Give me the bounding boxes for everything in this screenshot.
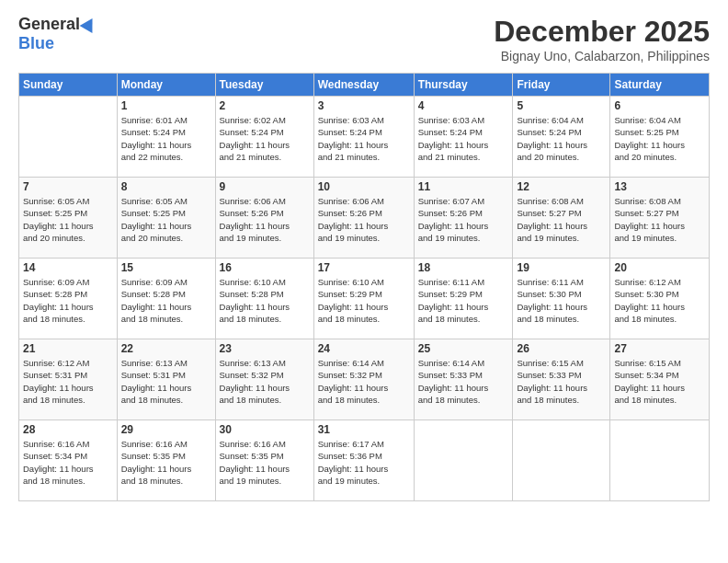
calendar-week-row: 7Sunrise: 6:05 AM Sunset: 5:25 PM Daylig…: [19, 178, 710, 259]
calendar-cell: 31Sunrise: 6:17 AM Sunset: 5:36 PM Dayli…: [313, 420, 414, 501]
calendar-cell: 18Sunrise: 6:11 AM Sunset: 5:29 PM Dayli…: [414, 259, 513, 339]
calendar-cell: [19, 97, 118, 178]
day-number: 22: [121, 342, 211, 355]
day-info: Sunrise: 6:16 AM Sunset: 5:35 PM Dayligh…: [220, 439, 290, 486]
day-number: 10: [318, 180, 410, 193]
calendar-cell: 20Sunrise: 6:12 AM Sunset: 5:30 PM Dayli…: [610, 259, 710, 339]
calendar-cell: 15Sunrise: 6:09 AM Sunset: 5:28 PM Dayli…: [117, 259, 215, 339]
day-number: 7: [23, 180, 113, 193]
calendar-table: SundayMondayTuesdayWednesdayThursdayFrid…: [18, 73, 710, 501]
day-number: 11: [418, 180, 509, 193]
calendar-cell: 25Sunrise: 6:14 AM Sunset: 5:33 PM Dayli…: [414, 339, 513, 420]
day-number: 15: [121, 261, 211, 274]
day-info: Sunrise: 6:05 AM Sunset: 5:25 PM Dayligh…: [121, 196, 192, 243]
day-info: Sunrise: 6:06 AM Sunset: 5:26 PM Dayligh…: [220, 196, 290, 243]
calendar-cell: [414, 420, 513, 501]
day-number: 3: [318, 99, 410, 112]
day-number: 8: [121, 180, 211, 193]
day-number: 25: [418, 342, 509, 355]
day-number: 18: [418, 261, 509, 274]
calendar-cell: 27Sunrise: 6:15 AM Sunset: 5:34 PM Dayli…: [610, 339, 710, 420]
day-number: 2: [220, 99, 310, 112]
day-info: Sunrise: 6:12 AM Sunset: 5:31 PM Dayligh…: [23, 358, 94, 405]
calendar-cell: 2Sunrise: 6:02 AM Sunset: 5:24 PM Daylig…: [215, 97, 313, 178]
day-number: 31: [318, 423, 410, 436]
title-block: December 2025 Bignay Uno, Calabarzon, Ph…: [494, 15, 710, 63]
day-info: Sunrise: 6:13 AM Sunset: 5:32 PM Dayligh…: [220, 358, 290, 405]
day-info: Sunrise: 6:02 AM Sunset: 5:24 PM Dayligh…: [220, 115, 290, 162]
weekday-header: Wednesday: [313, 74, 414, 97]
calendar-cell: 26Sunrise: 6:15 AM Sunset: 5:33 PM Dayli…: [513, 339, 610, 420]
day-number: 4: [418, 99, 509, 112]
day-info: Sunrise: 6:16 AM Sunset: 5:34 PM Dayligh…: [23, 439, 94, 486]
day-info: Sunrise: 6:16 AM Sunset: 5:35 PM Dayligh…: [121, 439, 192, 486]
month-title: December 2025: [494, 15, 710, 49]
day-info: Sunrise: 6:07 AM Sunset: 5:26 PM Dayligh…: [418, 196, 489, 243]
day-number: 21: [23, 342, 113, 355]
day-number: 12: [517, 180, 606, 193]
day-info: Sunrise: 6:15 AM Sunset: 5:34 PM Dayligh…: [614, 358, 685, 405]
calendar-week-row: 21Sunrise: 6:12 AM Sunset: 5:31 PM Dayli…: [19, 339, 710, 420]
day-number: 1: [121, 99, 211, 112]
day-info: Sunrise: 6:08 AM Sunset: 5:27 PM Dayligh…: [614, 196, 685, 243]
calendar-cell: 22Sunrise: 6:13 AM Sunset: 5:31 PM Dayli…: [117, 339, 215, 420]
day-info: Sunrise: 6:17 AM Sunset: 5:36 PM Dayligh…: [318, 439, 389, 486]
calendar-cell: 10Sunrise: 6:06 AM Sunset: 5:26 PM Dayli…: [313, 178, 414, 259]
day-info: Sunrise: 6:03 AM Sunset: 5:24 PM Dayligh…: [418, 115, 489, 162]
calendar-cell: 16Sunrise: 6:10 AM Sunset: 5:28 PM Dayli…: [215, 259, 313, 339]
day-number: 24: [318, 342, 410, 355]
page-header: General Blue December 2025 Bignay Uno, C…: [18, 15, 710, 63]
day-number: 14: [23, 261, 113, 274]
day-info: Sunrise: 6:10 AM Sunset: 5:29 PM Dayligh…: [318, 277, 389, 324]
calendar-cell: 17Sunrise: 6:10 AM Sunset: 5:29 PM Dayli…: [313, 259, 414, 339]
day-info: Sunrise: 6:06 AM Sunset: 5:26 PM Dayligh…: [318, 196, 389, 243]
day-info: Sunrise: 6:05 AM Sunset: 5:25 PM Dayligh…: [23, 196, 94, 243]
day-info: Sunrise: 6:12 AM Sunset: 5:30 PM Dayligh…: [614, 277, 685, 324]
weekday-header: Saturday: [610, 74, 710, 97]
day-info: Sunrise: 6:04 AM Sunset: 5:25 PM Dayligh…: [614, 115, 685, 162]
day-number: 28: [23, 423, 113, 436]
calendar-cell: 24Sunrise: 6:14 AM Sunset: 5:32 PM Dayli…: [313, 339, 414, 420]
weekday-header: Tuesday: [215, 74, 313, 97]
day-number: 13: [614, 180, 705, 193]
day-info: Sunrise: 6:08 AM Sunset: 5:27 PM Dayligh…: [517, 196, 587, 243]
day-info: Sunrise: 6:01 AM Sunset: 5:24 PM Dayligh…: [121, 115, 192, 162]
calendar-cell: 3Sunrise: 6:03 AM Sunset: 5:24 PM Daylig…: [313, 97, 414, 178]
calendar-week-row: 14Sunrise: 6:09 AM Sunset: 5:28 PM Dayli…: [19, 259, 710, 339]
calendar-cell: 4Sunrise: 6:03 AM Sunset: 5:24 PM Daylig…: [414, 97, 513, 178]
weekday-header: Monday: [117, 74, 215, 97]
page-container: General Blue December 2025 Bignay Uno, C…: [0, 0, 728, 511]
day-number: 20: [614, 261, 705, 274]
calendar-cell: 28Sunrise: 6:16 AM Sunset: 5:34 PM Dayli…: [19, 420, 118, 501]
logo: General Blue: [18, 15, 97, 53]
logo-triangle-icon: [80, 14, 99, 32]
day-number: 9: [220, 180, 310, 193]
logo-blue-text: Blue: [18, 34, 54, 53]
day-info: Sunrise: 6:14 AM Sunset: 5:33 PM Dayligh…: [418, 358, 489, 405]
day-info: Sunrise: 6:04 AM Sunset: 5:24 PM Dayligh…: [517, 115, 587, 162]
calendar-cell: [610, 420, 710, 501]
day-info: Sunrise: 6:13 AM Sunset: 5:31 PM Dayligh…: [121, 358, 192, 405]
day-info: Sunrise: 6:11 AM Sunset: 5:29 PM Dayligh…: [418, 277, 489, 324]
weekday-header: Friday: [513, 74, 610, 97]
day-number: 17: [318, 261, 410, 274]
calendar-cell: 23Sunrise: 6:13 AM Sunset: 5:32 PM Dayli…: [215, 339, 313, 420]
calendar-cell: 7Sunrise: 6:05 AM Sunset: 5:25 PM Daylig…: [19, 178, 118, 259]
calendar-cell: 12Sunrise: 6:08 AM Sunset: 5:27 PM Dayli…: [513, 178, 610, 259]
day-number: 5: [517, 99, 606, 112]
day-info: Sunrise: 6:15 AM Sunset: 5:33 PM Dayligh…: [517, 358, 587, 405]
calendar-cell: [513, 420, 610, 501]
calendar-cell: 29Sunrise: 6:16 AM Sunset: 5:35 PM Dayli…: [117, 420, 215, 501]
logo-general-text: General: [18, 15, 80, 34]
weekday-header: Sunday: [19, 74, 118, 97]
day-info: Sunrise: 6:14 AM Sunset: 5:32 PM Dayligh…: [318, 358, 389, 405]
day-number: 26: [517, 342, 606, 355]
location-title: Bignay Uno, Calabarzon, Philippines: [494, 49, 710, 63]
day-number: 30: [220, 423, 310, 436]
day-number: 29: [121, 423, 211, 436]
day-number: 19: [517, 261, 606, 274]
calendar-week-row: 1Sunrise: 6:01 AM Sunset: 5:24 PM Daylig…: [19, 97, 710, 178]
calendar-cell: 8Sunrise: 6:05 AM Sunset: 5:25 PM Daylig…: [117, 178, 215, 259]
day-info: Sunrise: 6:03 AM Sunset: 5:24 PM Dayligh…: [318, 115, 389, 162]
calendar-cell: 30Sunrise: 6:16 AM Sunset: 5:35 PM Dayli…: [215, 420, 313, 501]
